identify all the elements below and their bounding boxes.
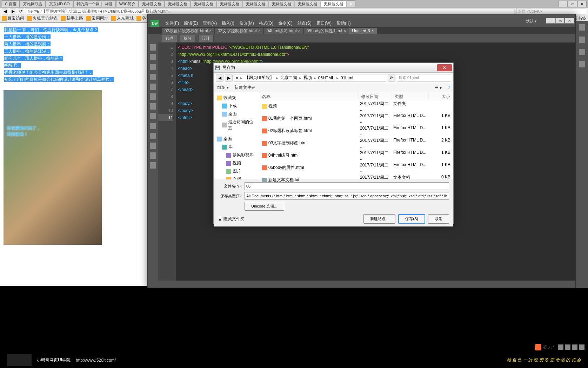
sidebar-downloads[interactable]: 下载 <box>215 102 258 110</box>
sidebar-favorites[interactable]: 收藏夹 <box>215 94 258 102</box>
document-tab[interactable]: 03文字控制标签.html× <box>215 28 263 34</box>
document-tab[interactable]: 02标题和段落标签.html× <box>162 28 214 34</box>
browser-tab[interactable]: 万维网联盟 <box>20 0 46 7</box>
tool-icon[interactable] <box>150 54 156 60</box>
help-button[interactable]: ? <box>447 85 450 90</box>
menu-item[interactable]: 修改(M) <box>237 20 256 27</box>
sidebar-desktop2[interactable]: 桌面 <box>215 135 258 143</box>
new-folder-button[interactable]: 新建文件夹 <box>234 85 255 91</box>
close-tab-icon[interactable]: × <box>343 28 346 33</box>
browser-tab[interactable]: 无标题文档 <box>217 0 242 7</box>
back-button[interactable]: ◀ <box>2 8 8 14</box>
sidebar-storm[interactable]: 暴风影视库 <box>215 151 258 159</box>
close-button[interactable]: ✕ <box>577 1 587 7</box>
panel-icon[interactable] <box>576 46 588 58</box>
close-tab-icon[interactable]: × <box>258 28 261 33</box>
tool-icon[interactable] <box>150 84 156 90</box>
view-button[interactable]: 设计 <box>198 35 214 42</box>
breadcrumb-item[interactable]: 【网页UI学院】 <box>245 75 274 81</box>
tray-icon[interactable] <box>558 344 563 350</box>
file-row[interactable]: 04html练习.html2017/7/11/周二 ...Firefox HTM… <box>259 149 453 162</box>
organize-button[interactable]: 组织 ▾ <box>217 85 229 91</box>
view-button[interactable]: ☰ ▾ <box>435 85 442 90</box>
panel-icon[interactable] <box>576 33 588 46</box>
column-name[interactable]: 名称 <box>259 92 359 100</box>
breadcrumb[interactable]: «▸【网页UI学院】▸北京二期▸视频▸06HTML▸01html <box>234 74 386 82</box>
browser-tab[interactable]: 标题 <box>102 0 116 7</box>
breadcrumb-item[interactable]: 01html <box>341 75 353 80</box>
refresh-button[interactable]: ⟳ <box>388 74 395 82</box>
browser-tab[interactable]: W3C简介 <box>116 0 139 7</box>
bookmark-item[interactable]: 常用网址 <box>86 15 108 21</box>
forward-button[interactable]: ▶ <box>225 74 233 82</box>
browser-tab[interactable]: 无标题文档 <box>165 0 191 7</box>
new-tab-button[interactable]: + <box>347 0 355 7</box>
browser-tab[interactable]: 无标题文档 <box>295 0 320 7</box>
maximize-button[interactable]: ▭ <box>568 1 577 7</box>
reload-button[interactable]: ⟳ <box>18 8 24 14</box>
menu-item[interactable]: 站点(S) <box>295 20 314 27</box>
filename-input[interactable] <box>245 182 449 190</box>
save-button[interactable]: 保存(S) <box>398 214 425 224</box>
bookmark-item[interactable]: 京东商城 <box>111 15 134 21</box>
file-row[interactable]: 视频2017/7/11/周二 ...文件夹 <box>259 100 453 112</box>
browser-tab[interactable]: C.百度 <box>2 0 20 7</box>
menu-item[interactable]: 查看(V) <box>201 20 219 27</box>
browser-tab[interactable]: 无标题文档 <box>139 0 165 7</box>
minimize-button[interactable]: ─ <box>559 1 568 7</box>
tool-icon[interactable] <box>150 103 156 110</box>
back-button[interactable]: ◀ <box>216 74 223 82</box>
menu-item[interactable]: 窗口(W) <box>314 20 334 27</box>
sidebar-desktop[interactable]: 桌面 <box>215 110 258 118</box>
tool-icon[interactable] <box>150 44 156 51</box>
hide-folders-toggle[interactable]: ▲ 隐藏文件夹 <box>218 216 245 222</box>
tool-icon[interactable] <box>150 93 156 100</box>
tool-icon[interactable] <box>150 162 156 169</box>
tool-icon[interactable] <box>150 143 156 149</box>
bookmark-item[interactable]: 新手上路 <box>61 15 83 21</box>
dw-layout-selector[interactable]: 默认 ▾ <box>526 19 537 24</box>
ime-status[interactable]: 英 ♪ .* , <box>543 344 556 350</box>
column-size[interactable]: 大小 <box>429 92 453 100</box>
menu-item[interactable]: 插入(I) <box>220 20 236 27</box>
menu-item[interactable]: 文件(F) <box>163 20 181 27</box>
tool-icon[interactable] <box>150 123 156 129</box>
breadcrumb-item[interactable]: 06HTML <box>318 75 334 80</box>
browser-tab[interactable]: 京东(JD.CO <box>46 0 73 7</box>
bookmark-item[interactable]: 最常访问 <box>2 15 24 21</box>
close-tab-icon[interactable]: × <box>209 28 212 33</box>
menu-item[interactable]: 格式(O) <box>257 20 275 27</box>
dw-minimize-button[interactable]: ─ <box>546 18 555 24</box>
file-row[interactable]: 03文字控制标签.html2017/7/11/周二 ...Firefox HTM… <box>259 137 453 149</box>
file-row[interactable]: 02标题和段落标签.html2017/7/11/周二 ...Firefox HT… <box>259 125 453 137</box>
sidebar-recent[interactable]: 最近访问的位置 <box>215 118 258 132</box>
browser-tab[interactable]: 无标题文档 <box>243 0 268 7</box>
column-date[interactable]: 修改日期 <box>359 92 392 100</box>
tool-icon[interactable] <box>150 133 156 139</box>
sidebar-pictures[interactable]: 图片 <box>215 167 258 175</box>
sidebar-library[interactable]: 库 <box>215 143 258 151</box>
panel-icon[interactable] <box>576 58 588 70</box>
breadcrumb-item[interactable]: « <box>236 75 238 80</box>
close-tab-icon[interactable]: × <box>298 28 301 33</box>
tool-icon[interactable] <box>150 64 156 70</box>
view-button[interactable]: 拆分 <box>180 35 195 42</box>
document-tab[interactable]: 04html练习.html× <box>264 28 303 34</box>
dw-close-button[interactable]: ✕ <box>565 18 574 24</box>
view-button[interactable]: 代码 <box>162 35 177 42</box>
tool-icon[interactable] <box>150 74 156 80</box>
tool-icon[interactable] <box>150 152 156 159</box>
forward-button[interactable]: ▶ <box>10 8 16 14</box>
browser-tab[interactable]: 无标题文档 <box>269 0 294 7</box>
url-bar[interactable]: file:///E:/【网页UI学院】/北京二期/课件/07HTML/html0… <box>26 8 514 14</box>
search-input[interactable]: 搜索 01html <box>397 74 451 82</box>
breadcrumb-item[interactable]: 视频 <box>303 75 312 81</box>
new-site-button[interactable]: 新建站点... <box>363 214 395 224</box>
tray-icon[interactable] <box>579 344 584 350</box>
document-tab[interactable]: Untitled-8× <box>349 28 376 34</box>
browser-tab[interactable]: 无标题文档 <box>321 0 346 7</box>
search-bar[interactable]: 百度 <Ctrl+K> <box>516 8 586 14</box>
dialog-close-button[interactable]: ✕ <box>437 64 452 71</box>
column-type[interactable]: 类型 <box>392 92 429 100</box>
filetype-input[interactable] <box>245 192 449 200</box>
